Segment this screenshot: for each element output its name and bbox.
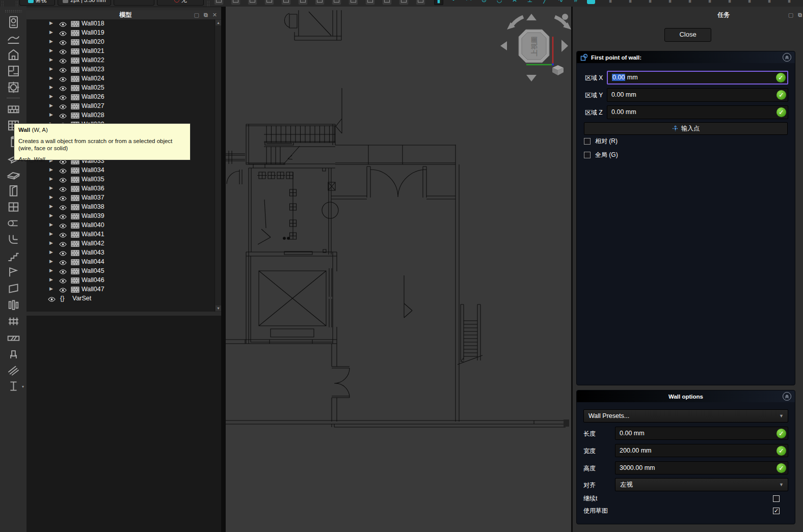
panel-float-icon[interactable]: ▢ <box>194 12 199 18</box>
snap-working-plane-icon[interactable] <box>587 0 595 4</box>
tree-item-wall[interactable]: ▶Wall019 <box>26 29 221 38</box>
paste-icon[interactable] <box>248 0 257 5</box>
expand-arrow-icon[interactable]: ▶ <box>49 20 53 25</box>
snap-lock-icon[interactable]: ▮ <box>434 0 443 5</box>
panel-float-icon[interactable]: ▢ <box>788 12 793 18</box>
expand-arrow-icon[interactable]: ▶ <box>49 204 53 209</box>
snap-angle-icon[interactable]: ◡ <box>495 0 503 4</box>
use-sketches-row[interactable]: 使用草图 ✓ <box>583 507 788 515</box>
width-input[interactable]: 200.00 mm ✓ <box>615 444 788 457</box>
working-plane-button[interactable]: 俯视 <box>19 0 55 6</box>
tree-item-wall[interactable]: ▶Wall036 <box>26 184 221 193</box>
tree-item-wall[interactable]: ▶Wall020 <box>26 38 221 47</box>
expand-arrow-icon[interactable]: ▶ <box>49 231 53 236</box>
panel-close-icon[interactable]: ✕ <box>212 12 217 18</box>
equipment-tool-button[interactable] <box>0 345 26 361</box>
panel-splitter[interactable] <box>26 312 221 316</box>
visibility-eye-icon[interactable] <box>59 250 67 258</box>
grid-tool-button[interactable] <box>0 296 26 313</box>
autogroup-button[interactable]: 无 <box>157 0 204 6</box>
collapse-section-icon[interactable] <box>783 53 791 62</box>
visibility-eye-icon[interactable] <box>59 205 67 212</box>
tree-item-wall[interactable]: ▶Wall021 <box>26 47 221 56</box>
global-checkbox-row[interactable]: 全局 (G) <box>584 151 618 159</box>
expand-arrow-icon[interactable]: ▶ <box>49 176 53 181</box>
expand-arrow-icon[interactable]: ▶ <box>49 286 53 291</box>
window-tool-button[interactable] <box>0 199 26 215</box>
snap-midpoint-icon[interactable]: ◠ <box>465 0 473 4</box>
tree-item-wall[interactable]: ▶Wall023 <box>26 65 221 74</box>
visibility-eye-icon[interactable] <box>59 86 67 93</box>
use-sketches-checkbox[interactable]: ✓ <box>773 508 780 514</box>
draft-text-icon[interactable] <box>399 0 409 5</box>
snap-endpoint-icon[interactable]: • <box>449 0 458 4</box>
tree-item-wall[interactable]: ▶Wall038 <box>26 203 221 212</box>
undo-icon[interactable] <box>264 0 274 5</box>
draft-dimension-icon[interactable] <box>416 0 425 5</box>
task-panel-titlebar[interactable]: 任务 ▢ ⧉ <box>573 10 803 19</box>
expand-arrow-icon[interactable]: ▶ <box>49 57 53 62</box>
panel-restore-icon[interactable]: ⧉ <box>204 12 208 18</box>
relative-checkbox[interactable] <box>584 138 591 145</box>
dock-splitter[interactable] <box>221 7 226 532</box>
fence-tool-button[interactable] <box>0 313 26 329</box>
tree-item-wall[interactable]: ▶Wall025 <box>26 83 221 93</box>
tree-item-wall[interactable]: ▶Wall045 <box>26 267 221 276</box>
continue-checkbox[interactable] <box>773 495 780 502</box>
model-panel-titlebar[interactable]: 模型 ▢ ⧉ ✕ <box>26 10 221 19</box>
visibility-eye-icon[interactable] <box>59 214 67 221</box>
expand-arrow-icon[interactable]: ▶ <box>49 222 53 227</box>
toolbar-drag-handle[interactable] <box>5 10 22 13</box>
toolbar-drag-handle[interactable] <box>15 0 18 6</box>
tree-item-wall[interactable]: ▶Wall046 <box>26 276 221 285</box>
z-coordinate-input[interactable]: 0.00 mm ✓ <box>607 105 788 119</box>
enter-point-button[interactable]: 输入点 <box>584 122 788 135</box>
cut-icon[interactable] <box>214 0 224 5</box>
tree-item-wall[interactable]: ▶Wall028 <box>26 111 221 120</box>
annotation-scale-button[interactable] <box>114 0 154 6</box>
visibility-eye-icon[interactable] <box>59 269 67 276</box>
navigation-cube[interactable]: 上視圖 <box>500 14 571 81</box>
site-tool-button[interactable] <box>0 30 26 46</box>
profile-tool-button[interactable]: ▾ <box>0 378 26 394</box>
visibility-eye-icon[interactable] <box>59 186 67 193</box>
tree-item-varset[interactable]: {}VarSet <box>26 294 221 303</box>
global-checkbox[interactable] <box>584 152 591 158</box>
scroll-down-icon[interactable]: ▼ <box>216 305 221 311</box>
expand-arrow-icon[interactable]: ▶ <box>49 213 53 218</box>
visibility-eye-icon[interactable] <box>59 31 67 38</box>
expand-arrow-icon[interactable]: ▶ <box>49 249 53 255</box>
expand-arrow-icon[interactable]: ▶ <box>49 39 53 44</box>
tree-item-wall[interactable]: ▶Wall040 <box>26 221 221 230</box>
project-tool-button[interactable] <box>0 14 26 30</box>
x-coordinate-input[interactable]: 0.00 mm ✓ <box>607 71 788 85</box>
snap-intersection-icon[interactable]: ✕ <box>511 0 519 4</box>
tree-item-wall[interactable]: ▶Wall043 <box>26 248 221 258</box>
toolbar-drag-handle[interactable] <box>207 0 210 6</box>
wall-tool-button[interactable] <box>0 101 26 117</box>
expand-arrow-icon[interactable]: ▶ <box>49 48 53 53</box>
relative-checkbox-row[interactable]: 相对 (R) <box>584 137 618 145</box>
snap-parallel-icon[interactable]: ∿ <box>556 0 565 4</box>
height-input[interactable]: 3000.00 mm ✓ <box>615 461 788 474</box>
visibility-eye-icon[interactable] <box>59 278 67 285</box>
expand-arrow-icon[interactable]: ▶ <box>49 75 53 80</box>
expand-arrow-icon[interactable]: ▶ <box>49 259 53 264</box>
building-tool-button[interactable] <box>0 46 26 63</box>
scroll-up-icon[interactable]: ▲ <box>216 20 221 25</box>
wall-presets-dropdown[interactable]: Wall Presets... ▼ <box>583 409 788 423</box>
snap-extension-icon[interactable]: ╱ <box>541 0 549 4</box>
expand-arrow-icon[interactable]: ▶ <box>49 277 53 282</box>
alignment-dropdown[interactable]: 左视 ▼ <box>615 478 788 491</box>
tree-item-wall[interactable]: ▶Wall039 <box>26 212 221 221</box>
tree-item-wall[interactable]: ▶Wall047 <box>26 285 221 294</box>
panel-restore-icon[interactable]: ⧉ <box>798 12 802 18</box>
panel-tool-button[interactable] <box>0 280 26 296</box>
copy-icon[interactable] <box>231 0 240 5</box>
expand-arrow-icon[interactable]: ▶ <box>49 30 53 35</box>
visibility-eye-icon[interactable] <box>59 58 67 65</box>
snap-grid-icon[interactable]: # <box>572 0 580 4</box>
collapse-section-icon[interactable] <box>783 392 791 401</box>
draft-circle-icon[interactable] <box>365 0 375 5</box>
draft-style-button[interactable]: 2px | 3.50 mm <box>58 0 111 6</box>
